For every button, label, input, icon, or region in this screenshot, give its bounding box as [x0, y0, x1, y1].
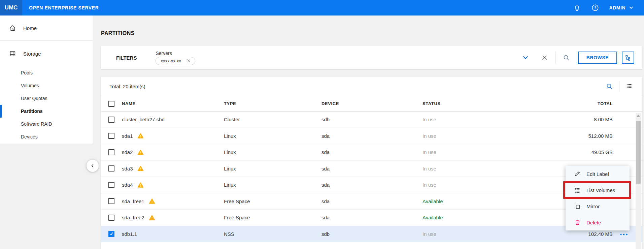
partition-name: sdb1.1 [122, 231, 137, 237]
partition-name: sda_free1 [122, 198, 144, 204]
table-row[interactable]: sda1 Linux sda In use 512.00 MB [101, 128, 642, 145]
row-checkbox[interactable] [108, 198, 114, 204]
filter-expand-chevron-down-icon[interactable] [522, 55, 529, 61]
column-header-total[interactable]: TOTAL [539, 101, 613, 106]
partition-name: cluster_beta27.sbd [122, 117, 165, 122]
menu-item-label: List Volumes [586, 187, 615, 193]
user-menu-label: ADMIN [609, 5, 625, 10]
sidebar-item-partitions[interactable]: Partitions [0, 105, 93, 118]
row-checkbox[interactable] [108, 149, 114, 155]
sidebar-item-volumes[interactable]: Volumes [0, 79, 93, 92]
umc-logo[interactable]: UMC [0, 0, 22, 15]
select-all-checkbox[interactable] [108, 101, 114, 107]
column-header-status[interactable]: STATUS [422, 101, 539, 106]
column-header-type[interactable]: TYPE [224, 101, 321, 106]
menu-item-list-volumes[interactable]: List Volumes [566, 182, 630, 198]
table-row[interactable]: cluster_beta27.sbd Cluster sdh In use 8.… [101, 112, 642, 128]
top-header: UMC OPEN ENTERPRISE SERVER ? ADMIN [0, 0, 644, 15]
chip-remove-icon[interactable] [187, 59, 191, 63]
user-menu[interactable]: ADMIN [609, 5, 634, 10]
partition-name: sda2 [122, 149, 133, 155]
partition-total: 49.05 GB [539, 149, 613, 155]
menu-item-label: Mirror [586, 204, 600, 209]
partition-type: Linux [224, 133, 321, 139]
table-row[interactable]: sda4 Linux sda In use [101, 177, 642, 193]
partition-device: sdb [321, 231, 422, 237]
sidebar-item-label: Partitions [21, 108, 43, 114]
warning-icon [149, 198, 155, 204]
scrollbar-thumb[interactable] [636, 121, 641, 184]
sidebar: Home Storage Pools Volumes User Quotas P… [0, 15, 93, 249]
table-row[interactable]: sda2 Linux sda In use 49.05 GB [101, 144, 642, 161]
mirror-icon [574, 203, 581, 210]
warning-icon [137, 165, 144, 172]
partition-type: Free Space [224, 198, 321, 204]
help-icon[interactable]: ? [591, 4, 599, 12]
servers-filter: Servers xxxx-xx-xx [156, 51, 195, 65]
row-checkbox[interactable] [108, 165, 114, 172]
server-filter-chip-value: xxxx-xx-xx [161, 58, 181, 63]
table-toolbar-actions [606, 81, 642, 92]
filter-search-icon[interactable] [563, 54, 570, 61]
table-row[interactable]: sda_free2 Free Space sda Available [101, 210, 642, 226]
vertical-scrollbar[interactable] [636, 113, 641, 249]
table-row[interactable]: sda3 Linux sda In use [101, 161, 642, 177]
list-icon [574, 187, 581, 193]
table-search-icon[interactable] [606, 83, 613, 90]
sidebar-item-pools[interactable]: Pools [0, 66, 93, 79]
row-checkbox[interactable] [108, 215, 114, 221]
browse-button[interactable]: BROWSE [578, 52, 617, 64]
bell-icon[interactable] [573, 4, 581, 12]
row-context-menu: Edit Label List Volumes Mirror [566, 166, 630, 230]
partition-status: In use [422, 166, 539, 172]
menu-item-label: Edit Label [586, 171, 609, 177]
partition-device: sda [321, 149, 422, 155]
sidebar-item-label: User Quotas [21, 96, 47, 101]
scrollbar-up-arrow[interactable] [637, 115, 640, 117]
partition-type: NSS [224, 231, 321, 237]
column-header-device[interactable]: DEVICE [321, 101, 422, 106]
table-row[interactable]: sda_free1 Free Space sda Available [101, 193, 642, 210]
warning-icon [137, 182, 144, 188]
chevron-down-icon [629, 5, 634, 10]
table-body: cluster_beta27.sbd Cluster sdh In use 8.… [101, 112, 642, 242]
partition-status: In use [422, 182, 539, 188]
menu-item-edit-label[interactable]: Edit Label [566, 166, 630, 182]
sidebar-home-label: Home [23, 25, 37, 31]
list-view-icon[interactable] [625, 83, 633, 90]
partition-total: 512.00 MB [539, 133, 613, 139]
partition-name: sda4 [122, 182, 133, 188]
sidebar-storage-label: Storage [23, 51, 41, 57]
menu-item-mirror[interactable]: Mirror [566, 198, 630, 214]
sidebar-item-label: Pools [21, 70, 33, 75]
partition-name: sda3 [122, 166, 133, 172]
sidebar-collapse-button[interactable] [87, 160, 99, 172]
column-header-name[interactable]: NAME [122, 101, 224, 106]
row-checkbox[interactable] [108, 117, 114, 123]
sidebar-item-home[interactable]: Home [0, 15, 93, 41]
row-actions-ellipsis-icon[interactable] [620, 231, 629, 237]
row-checkbox[interactable] [108, 182, 114, 188]
filter-clear-close-icon[interactable] [541, 55, 548, 61]
sidebar-item-label: Devices [21, 134, 38, 139]
header-actions: ? ADMIN [573, 4, 644, 12]
tree-view-button[interactable] [622, 52, 634, 64]
tree-view-icon [625, 55, 631, 61]
partition-device: sda [321, 198, 422, 204]
divider [619, 81, 619, 92]
table-toolbar: Total: 20 item(s) [101, 77, 642, 96]
sidebar-item-storage[interactable]: Storage [0, 41, 93, 66]
table-row[interactable]: sdb1.1 NSS sdb In use 102.40 MB [101, 226, 642, 243]
sidebar-item-devices[interactable]: Devices [0, 130, 93, 143]
server-filter-chip[interactable]: xxxx-xx-xx [156, 57, 195, 65]
filter-bar: FILTERS Servers xxxx-xx-xx BROWSE [101, 46, 642, 69]
row-checkbox[interactable] [108, 231, 114, 237]
row-checkbox[interactable] [108, 133, 114, 139]
sidebar-item-software-raid[interactable]: Software RAID [0, 118, 93, 130]
menu-item-delete[interactable]: Delete [566, 214, 630, 230]
sidebar-item-user-quotas[interactable]: User Quotas [0, 92, 93, 105]
partition-name: sda1 [122, 133, 133, 139]
svg-text:?: ? [594, 6, 596, 10]
table-header-row: NAME TYPE DEVICE STATUS TOTAL [101, 96, 642, 112]
partition-name: sda_free2 [122, 215, 144, 220]
